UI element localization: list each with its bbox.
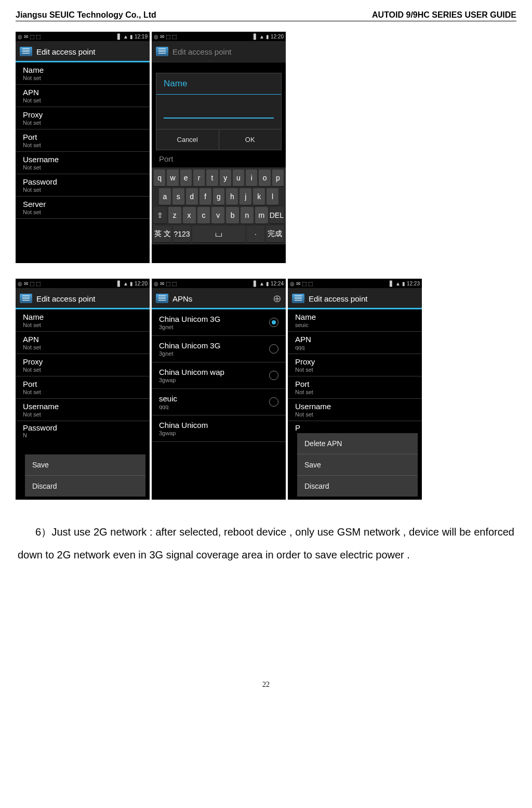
field-password[interactable]: PasswordNot set [16,174,150,197]
field-password-label: Password [16,421,150,432]
field-proxy[interactable]: ProxyNot set [16,354,150,376]
key-g[interactable]: g [213,188,225,205]
apn-item-cu3g-1[interactable]: China Unicom 3G3gnet [152,309,286,336]
key-?123[interactable]: ?123 [173,226,191,242]
apn-item-cu[interactable]: China Unicom3gwap [152,415,286,442]
field-username[interactable]: UsernameNot set [16,399,150,421]
field-name[interactable]: NameNot set [16,62,150,85]
settings-icon [156,294,168,303]
page-title: Edit access point [309,294,367,303]
status-bar: ◎✉⬚⬚ ▋▲▮12:19 [16,32,150,41]
field-apn[interactable]: APNNot set [16,85,150,107]
dialog-title: Name [156,73,281,95]
key-y[interactable]: y [220,170,231,186]
options-popup: Save Discard [25,454,145,497]
key-k[interactable]: k [253,188,265,205]
header-title: AUTOID 9/9HC SERIES USER GUIDE [372,10,516,20]
status-bar: ◎✉⬚⬚ ▋▲▮12:20 [16,279,150,288]
key-a[interactable]: a [159,188,171,205]
field-server[interactable]: ServerNot set [16,197,150,219]
key-h[interactable]: h [226,188,238,205]
clock: 12:24 [271,281,284,286]
settings-icon [20,47,32,56]
clock: 12:19 [135,34,148,40]
delete-apn-option[interactable]: Delete APN [297,433,418,454]
key-z[interactable]: z [168,207,181,224]
cancel-button[interactable]: Cancel [156,129,219,150]
key-英 文[interactable]: 英 文 [154,226,171,242]
field-proxy[interactable]: ProxyNot set [16,107,150,129]
name-input[interactable] [164,105,274,119]
screenshot-delete-popup: ◎✉⬚⬚ ▋▲▮12:23 Edit access point Nameseui… [288,279,422,500]
field-apn[interactable]: APNqqq [288,332,422,354]
key-t[interactable]: t [206,170,218,186]
name-dialog: Name Cancel OK [156,73,282,150]
status-bar: ◎✉⬚⬚ ▋▲▮12:20 [152,32,286,41]
field-username[interactable]: UsernameNot set [16,152,150,174]
settings-icon [20,294,32,303]
body-paragraph: 6）Just use 2G network : after selected, … [18,520,514,566]
discard-option[interactable]: Discard [25,476,145,497]
page-title: Edit access point [36,47,95,56]
screenshot-apns-list: ◎✉⬚⬚ ▋▲▮12:24 APNs ⊕ China Unicom 3G3gne… [152,279,286,500]
key-i[interactable]: i [246,170,257,186]
key-␣[interactable]: ⌴ [192,226,245,242]
key-完成[interactable]: 完成 [266,226,284,242]
page-number: 22 [16,681,516,689]
add-apn-button[interactable]: ⊕ [273,292,282,305]
field-name[interactable]: Nameseuic [288,309,422,332]
key-u[interactable]: u [233,170,244,186]
settings-icon [292,294,304,303]
discard-option[interactable]: Discard [297,476,418,497]
apn-radio[interactable] [269,344,278,354]
apn-radio[interactable] [269,371,278,380]
field-name[interactable]: NameNot set [16,309,150,332]
apn-radio[interactable] [269,397,278,407]
key-e[interactable]: e [180,170,192,186]
apn-radio-selected[interactable] [269,318,278,327]
key-o[interactable]: o [259,170,270,186]
page-title: Edit access point [36,294,95,303]
title-bar: Edit access point [152,41,286,62]
ok-button[interactable]: OK [219,129,282,150]
save-option[interactable]: Save [25,454,145,476]
key-w[interactable]: w [167,170,178,186]
field-proxy[interactable]: ProxyNot set [288,354,422,376]
clock: 12:23 [407,281,420,286]
soft-keyboard: qwertyuiop asdfghjkl ⇧zxcvbnmDEL 英 文?123… [152,167,286,244]
key-x[interactable]: x [183,207,196,224]
title-bar: Edit access point [16,288,150,309]
key-m[interactable]: m [255,207,268,224]
header-company: Jiangsu SEUIC Technology Co., Ltd [16,10,156,20]
key-d[interactable]: d [186,188,198,205]
field-apn[interactable]: APNNot set [16,332,150,354]
background-port-label: Port [152,150,286,167]
key-DEL[interactable]: DEL [270,207,284,224]
key-p[interactable]: p [272,170,284,186]
key-j[interactable]: j [240,188,251,205]
save-option[interactable]: Save [297,454,418,476]
key-b[interactable]: b [226,207,239,224]
field-port[interactable]: PortNot set [288,376,422,399]
key-v[interactable]: v [211,207,224,224]
apn-item-cuwap[interactable]: China Unicom wap3gwap [152,362,286,389]
title-bar: Edit access point [16,41,150,62]
key-·[interactable]: · [247,226,264,242]
key-n[interactable]: n [241,207,254,224]
field-username[interactable]: UsernameNot set [288,399,422,421]
key-s[interactable]: s [172,188,184,205]
apn-item-seuic[interactable]: seuicqqq [152,389,286,415]
status-bar: ◎✉⬚⬚ ▋▲▮12:23 [288,279,422,288]
settings-icon [156,47,168,56]
key-l[interactable]: l [267,188,278,205]
options-popup: Delete APN Save Discard [297,433,418,497]
key-⇧[interactable]: ⇧ [154,207,167,224]
key-q[interactable]: q [154,170,165,186]
key-f[interactable]: f [200,188,211,205]
status-bar: ◎✉⬚⬚ ▋▲▮12:24 [152,279,286,288]
key-c[interactable]: c [197,207,210,224]
field-port[interactable]: PortNot set [16,129,150,152]
field-port[interactable]: PortNot set [16,376,150,399]
key-r[interactable]: r [193,170,205,186]
apn-item-cu3g-2[interactable]: China Unicom 3G3gnet [152,336,286,362]
